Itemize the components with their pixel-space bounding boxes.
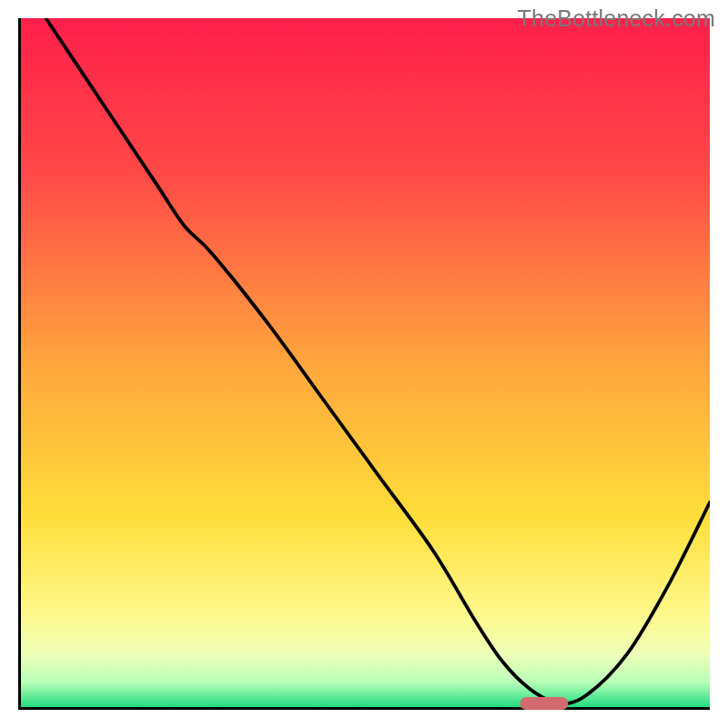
target-marker xyxy=(520,697,568,710)
plot-area xyxy=(18,18,710,710)
background-gradient xyxy=(18,18,710,710)
svg-rect-0 xyxy=(18,18,710,710)
chart-container: TheBottleneck.com xyxy=(0,0,728,728)
watermark-text: TheBottleneck.com xyxy=(518,5,715,32)
